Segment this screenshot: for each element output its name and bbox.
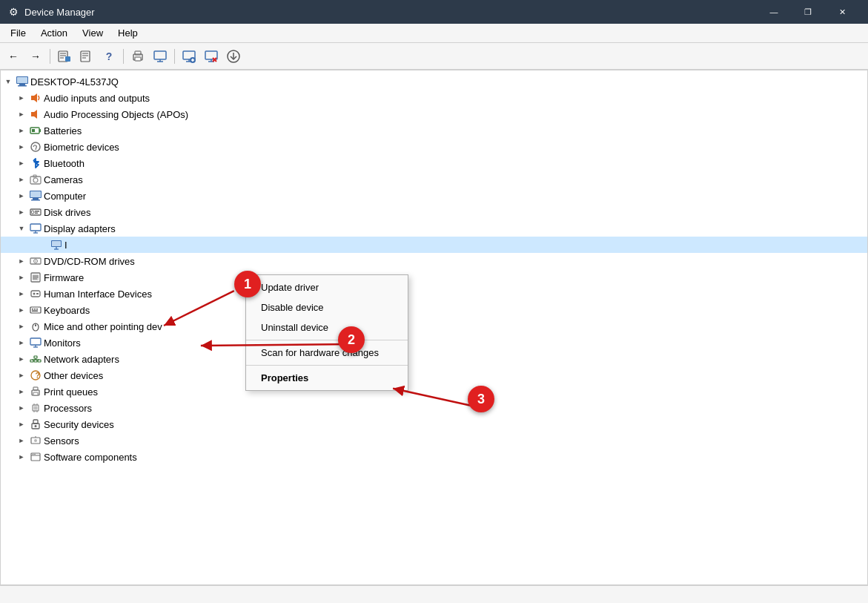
- tree-root[interactable]: ▼ DESKTOP-4L537JQ: [1, 73, 867, 90]
- annotation-1: 1: [234, 271, 261, 297]
- tree-item-keyboards[interactable]: ► Keyboards: [1, 302, 867, 318]
- expand-monitors[interactable]: ►: [16, 337, 27, 349]
- tree-item-audio[interactable]: ► Audio inputs and outputs: [1, 90, 867, 106]
- app-title: Device Manager: [24, 7, 95, 18]
- display-icon: [30, 223, 42, 234]
- toolbar-update[interactable]: [76, 46, 97, 67]
- svg-rect-66: [36, 293, 39, 294]
- toolbar-help[interactable]: ?: [99, 46, 119, 67]
- device-tree[interactable]: ▼ DESKTOP-4L537JQ ► Audio inputs and out…: [1, 70, 867, 584]
- svg-rect-71: [32, 311, 38, 312]
- processors-label: Processors: [44, 403, 92, 414]
- toolbar-display[interactable]: [150, 46, 170, 67]
- firmware-label: Firmware: [44, 272, 84, 283]
- svg-rect-31: [18, 85, 27, 87]
- expand-firmware[interactable]: ►: [16, 271, 27, 283]
- tree-item-disk[interactable]: ► Disk drives: [1, 204, 867, 220]
- menu-file[interactable]: File: [3, 26, 33, 40]
- expand-dvd[interactable]: ►: [16, 255, 27, 267]
- expand-other[interactable]: ►: [16, 369, 27, 381]
- software-label: Software components: [44, 452, 137, 463]
- tree-item-display-child[interactable]: ► I: [1, 237, 867, 253]
- close-button[interactable]: ✕: [825, 0, 859, 24]
- tree-item-mice[interactable]: ► Mice and other pointing dev: [1, 318, 867, 335]
- annotation-3: 3: [468, 386, 494, 412]
- tree-item-batteries[interactable]: ► Batteries: [1, 122, 867, 139]
- context-disable-device[interactable]: Disable device: [246, 297, 408, 317]
- menu-action[interactable]: Action: [33, 26, 75, 40]
- tree-item-dvd[interactable]: ► DVD/CD-ROM drives: [1, 253, 867, 269]
- network-label: Network adapters: [44, 354, 119, 365]
- expand-audio[interactable]: ►: [16, 92, 27, 104]
- svg-rect-81: [34, 356, 37, 358]
- expand-disk[interactable]: ►: [16, 206, 27, 218]
- tree-item-apo[interactable]: ► Audio Processing Objects (APOs): [1, 106, 867, 122]
- expand-keyboards[interactable]: ►: [16, 304, 27, 316]
- mice-icon: [30, 320, 42, 332]
- menu-help[interactable]: Help: [110, 26, 145, 40]
- context-properties[interactable]: Properties: [246, 368, 408, 388]
- context-scan-hardware[interactable]: Scan for hardware changes: [246, 343, 408, 363]
- tree-item-biometric[interactable]: ► Biometric devices: [1, 139, 867, 155]
- disk-icon: [30, 206, 42, 218]
- tree-item-software[interactable]: ► Software components: [1, 449, 867, 465]
- menu-bar: File Action View Help: [0, 24, 868, 43]
- computer-icon: [30, 190, 42, 202]
- svg-rect-43: [33, 198, 39, 200]
- context-menu: Update driver Disable device Uninstall d…: [245, 274, 408, 391]
- minimize-button[interactable]: —: [757, 0, 791, 24]
- tree-item-other[interactable]: ► ? Other devices: [1, 367, 867, 383]
- expand-software[interactable]: ►: [16, 451, 27, 463]
- firmware-icon: [30, 271, 42, 283]
- toolbar-properties[interactable]: [54, 46, 75, 67]
- context-uninstall-device[interactable]: Uninstall device: [246, 317, 408, 337]
- svg-marker-33: [31, 110, 37, 119]
- toolbar-forward[interactable]: →: [25, 46, 46, 67]
- expand-print[interactable]: ►: [16, 386, 27, 398]
- tree-item-processors[interactable]: ► Processors: [1, 400, 867, 416]
- expand-biometric[interactable]: ►: [16, 141, 27, 153]
- tree-item-monitors[interactable]: ► Monitors: [1, 335, 867, 351]
- tree-item-bluetooth[interactable]: ► Bluetooth: [1, 155, 867, 171]
- expand-computer[interactable]: ►: [16, 190, 27, 202]
- tree-item-firmware[interactable]: ► Firmware: [1, 269, 867, 286]
- expand-display[interactable]: ▼: [16, 223, 27, 234]
- expand-sensors[interactable]: ►: [16, 435, 27, 447]
- svg-point-104: [33, 454, 34, 455]
- expand-root[interactable]: ▼: [2, 76, 14, 88]
- expand-network[interactable]: ►: [16, 353, 27, 365]
- expand-mice[interactable]: ►: [16, 320, 27, 332]
- expand-cameras[interactable]: ►: [16, 174, 27, 185]
- menu-view[interactable]: View: [75, 26, 110, 40]
- tree-item-display[interactable]: ▼ Display adapters: [1, 220, 867, 237]
- toolbar-download[interactable]: [223, 46, 244, 67]
- svg-rect-12: [154, 51, 166, 59]
- monitors-icon: [30, 337, 42, 349]
- expand-hid[interactable]: ►: [16, 288, 27, 300]
- tree-item-computer[interactable]: ► Computer: [1, 188, 867, 204]
- expand-processors[interactable]: ►: [16, 402, 27, 414]
- security-icon: [30, 418, 42, 430]
- batteries-icon: [30, 125, 42, 136]
- expand-security[interactable]: ►: [16, 418, 27, 430]
- tree-item-sensors[interactable]: ► Sensors: [1, 432, 867, 449]
- display-child-label: I: [64, 240, 67, 251]
- svg-point-74: [35, 325, 36, 326]
- context-update-driver[interactable]: Update driver: [246, 277, 408, 297]
- tree-item-print[interactable]: ► Print queues: [1, 383, 867, 400]
- toolbar-add[interactable]: [179, 46, 199, 67]
- toolbar-remove[interactable]: [201, 46, 222, 67]
- hid-label: Human Interface Devices: [44, 289, 152, 300]
- svg-rect-68: [32, 309, 33, 310]
- toolbar-back[interactable]: ←: [3, 46, 24, 67]
- expand-batteries[interactable]: ►: [16, 125, 27, 136]
- toolbar-print[interactable]: [127, 46, 148, 67]
- tree-item-hid[interactable]: ► Human Interface Devices: [1, 286, 867, 302]
- expand-bluetooth[interactable]: ►: [16, 157, 27, 169]
- tree-item-security[interactable]: ► Security devices: [1, 416, 867, 432]
- maximize-button[interactable]: ❐: [791, 0, 825, 24]
- tree-item-cameras[interactable]: ► Cameras: [1, 171, 867, 188]
- bluetooth-icon: [30, 157, 42, 169]
- expand-apo[interactable]: ►: [16, 108, 27, 120]
- tree-item-network[interactable]: ► Network adapters: [1, 351, 867, 367]
